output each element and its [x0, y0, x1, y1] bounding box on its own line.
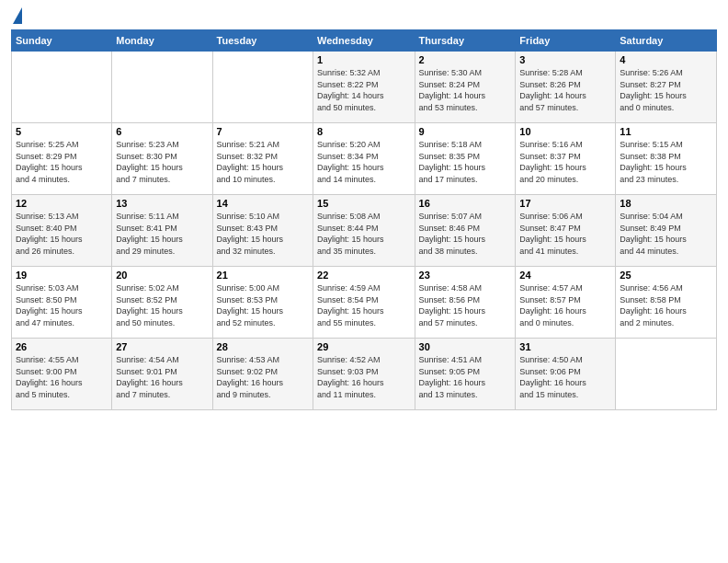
day-number: 5: [16, 126, 108, 137]
day-number: 6: [116, 126, 208, 137]
week-row-2: 5Sunrise: 5:25 AM Sunset: 8:29 PM Daylig…: [12, 123, 717, 195]
day-number: 22: [317, 270, 410, 281]
day-number: 14: [217, 198, 309, 209]
day-number: 1: [317, 54, 410, 65]
day-content: Sunrise: 4:55 AM Sunset: 9:00 PM Dayligh…: [16, 354, 108, 400]
day-number: 11: [620, 126, 712, 137]
day-cell: 19Sunrise: 5:03 AM Sunset: 8:50 PM Dayli…: [12, 267, 112, 339]
header-cell-monday: Monday: [112, 30, 212, 52]
day-cell: 15Sunrise: 5:08 AM Sunset: 8:44 PM Dayli…: [313, 195, 415, 267]
day-content: Sunrise: 5:04 AM Sunset: 8:49 PM Dayligh…: [620, 211, 712, 257]
day-cell: 24Sunrise: 4:57 AM Sunset: 8:57 PM Dayli…: [516, 267, 616, 339]
day-content: Sunrise: 4:58 AM Sunset: 8:56 PM Dayligh…: [419, 282, 512, 328]
day-content: Sunrise: 5:20 AM Sunset: 8:34 PM Dayligh…: [317, 139, 410, 185]
day-cell: 2Sunrise: 5:30 AM Sunset: 8:24 PM Daylig…: [415, 52, 516, 123]
week-row-4: 19Sunrise: 5:03 AM Sunset: 8:50 PM Dayli…: [12, 267, 717, 339]
day-cell: 31Sunrise: 4:50 AM Sunset: 9:06 PM Dayli…: [516, 339, 616, 410]
day-content: Sunrise: 5:30 AM Sunset: 8:24 PM Dayligh…: [419, 67, 512, 113]
day-content: Sunrise: 5:23 AM Sunset: 8:30 PM Dayligh…: [116, 139, 208, 185]
day-number: 25: [620, 270, 712, 281]
day-number: 12: [16, 198, 108, 209]
day-cell: 3Sunrise: 5:28 AM Sunset: 8:26 PM Daylig…: [516, 52, 616, 123]
day-cell: 14Sunrise: 5:10 AM Sunset: 8:43 PM Dayli…: [212, 195, 313, 267]
day-cell: 16Sunrise: 5:07 AM Sunset: 8:46 PM Dayli…: [415, 195, 516, 267]
day-cell: 27Sunrise: 4:54 AM Sunset: 9:01 PM Dayli…: [112, 339, 212, 410]
day-cell: 18Sunrise: 5:04 AM Sunset: 8:49 PM Dayli…: [616, 195, 717, 267]
header-cell-tuesday: Tuesday: [212, 30, 313, 52]
header-cell-wednesday: Wednesday: [313, 30, 415, 52]
day-number: 27: [116, 341, 208, 352]
day-content: Sunrise: 4:54 AM Sunset: 9:01 PM Dayligh…: [116, 354, 208, 400]
week-row-1: 1Sunrise: 5:32 AM Sunset: 8:22 PM Daylig…: [12, 52, 717, 123]
day-content: Sunrise: 4:50 AM Sunset: 9:06 PM Dayligh…: [519, 354, 611, 400]
header-row: SundayMondayTuesdayWednesdayThursdayFrid…: [12, 30, 717, 52]
day-content: Sunrise: 4:57 AM Sunset: 8:57 PM Dayligh…: [519, 282, 611, 328]
day-cell: 22Sunrise: 4:59 AM Sunset: 8:54 PM Dayli…: [313, 267, 415, 339]
day-number: 28: [217, 341, 309, 352]
day-number: 2: [419, 54, 512, 65]
day-content: Sunrise: 4:59 AM Sunset: 8:54 PM Dayligh…: [317, 282, 410, 328]
day-content: Sunrise: 5:02 AM Sunset: 8:52 PM Dayligh…: [116, 282, 208, 328]
day-content: Sunrise: 4:56 AM Sunset: 8:58 PM Dayligh…: [620, 282, 712, 328]
day-number: 15: [317, 198, 410, 209]
day-number: 3: [519, 54, 611, 65]
day-number: 18: [620, 198, 712, 209]
day-cell: 12Sunrise: 5:13 AM Sunset: 8:40 PM Dayli…: [12, 195, 112, 267]
day-cell: 28Sunrise: 4:53 AM Sunset: 9:02 PM Dayli…: [212, 339, 313, 410]
day-content: Sunrise: 5:03 AM Sunset: 8:50 PM Dayligh…: [16, 282, 108, 328]
day-number: 8: [317, 126, 410, 137]
day-cell: 9Sunrise: 5:18 AM Sunset: 8:35 PM Daylig…: [415, 123, 516, 195]
day-content: Sunrise: 5:07 AM Sunset: 8:46 PM Dayligh…: [419, 211, 512, 257]
day-cell: 11Sunrise: 5:15 AM Sunset: 8:38 PM Dayli…: [616, 123, 717, 195]
day-cell: 1Sunrise: 5:32 AM Sunset: 8:22 PM Daylig…: [313, 52, 415, 123]
day-content: Sunrise: 4:51 AM Sunset: 9:05 PM Dayligh…: [419, 354, 512, 400]
day-number: 7: [217, 126, 309, 137]
day-cell: 6Sunrise: 5:23 AM Sunset: 8:30 PM Daylig…: [112, 123, 212, 195]
day-cell: [112, 52, 212, 123]
logo-triangle-icon: [13, 7, 22, 24]
week-row-5: 26Sunrise: 4:55 AM Sunset: 9:00 PM Dayli…: [12, 339, 717, 410]
day-number: 16: [419, 198, 512, 209]
day-cell: [12, 52, 112, 123]
day-cell: 10Sunrise: 5:16 AM Sunset: 8:37 PM Dayli…: [516, 123, 616, 195]
day-content: Sunrise: 5:26 AM Sunset: 8:27 PM Dayligh…: [620, 67, 712, 113]
day-number: 19: [16, 270, 108, 281]
day-number: 21: [217, 270, 309, 281]
header-cell-friday: Friday: [516, 30, 616, 52]
day-cell: 4Sunrise: 5:26 AM Sunset: 8:27 PM Daylig…: [616, 52, 717, 123]
day-number: 9: [419, 126, 512, 137]
day-content: Sunrise: 4:53 AM Sunset: 9:02 PM Dayligh…: [217, 354, 309, 400]
day-number: 13: [116, 198, 208, 209]
day-content: Sunrise: 5:28 AM Sunset: 8:26 PM Dayligh…: [519, 67, 611, 113]
day-cell: [616, 339, 717, 410]
day-cell: [212, 52, 313, 123]
day-content: Sunrise: 5:21 AM Sunset: 8:32 PM Dayligh…: [217, 139, 309, 185]
day-number: 17: [519, 198, 611, 209]
day-cell: 13Sunrise: 5:11 AM Sunset: 8:41 PM Dayli…: [112, 195, 212, 267]
day-content: Sunrise: 5:06 AM Sunset: 8:47 PM Dayligh…: [519, 211, 611, 257]
day-cell: 20Sunrise: 5:02 AM Sunset: 8:52 PM Dayli…: [112, 267, 212, 339]
day-number: 23: [419, 270, 512, 281]
day-number: 24: [519, 270, 611, 281]
header-cell-saturday: Saturday: [616, 30, 717, 52]
day-cell: 23Sunrise: 4:58 AM Sunset: 8:56 PM Dayli…: [415, 267, 516, 339]
day-content: Sunrise: 5:00 AM Sunset: 8:53 PM Dayligh…: [217, 282, 309, 328]
day-content: Sunrise: 4:52 AM Sunset: 9:03 PM Dayligh…: [317, 354, 410, 400]
header-cell-sunday: Sunday: [12, 30, 112, 52]
day-cell: 7Sunrise: 5:21 AM Sunset: 8:32 PM Daylig…: [212, 123, 313, 195]
day-cell: 26Sunrise: 4:55 AM Sunset: 9:00 PM Dayli…: [12, 339, 112, 410]
day-cell: 29Sunrise: 4:52 AM Sunset: 9:03 PM Dayli…: [313, 339, 415, 410]
calendar-table: SundayMondayTuesdayWednesdayThursdayFrid…: [11, 29, 717, 410]
header-cell-thursday: Thursday: [415, 30, 516, 52]
day-number: 10: [519, 126, 611, 137]
header: [11, 9, 717, 22]
day-content: Sunrise: 5:25 AM Sunset: 8:29 PM Dayligh…: [16, 139, 108, 185]
week-row-3: 12Sunrise: 5:13 AM Sunset: 8:40 PM Dayli…: [12, 195, 717, 267]
day-content: Sunrise: 5:08 AM Sunset: 8:44 PM Dayligh…: [317, 211, 410, 257]
day-number: 30: [419, 341, 512, 352]
calendar-page: SundayMondayTuesdayWednesdayThursdayFrid…: [0, 0, 728, 563]
day-content: Sunrise: 5:16 AM Sunset: 8:37 PM Dayligh…: [519, 139, 611, 185]
day-number: 26: [16, 341, 108, 352]
day-cell: 21Sunrise: 5:00 AM Sunset: 8:53 PM Dayli…: [212, 267, 313, 339]
day-cell: 17Sunrise: 5:06 AM Sunset: 8:47 PM Dayli…: [516, 195, 616, 267]
